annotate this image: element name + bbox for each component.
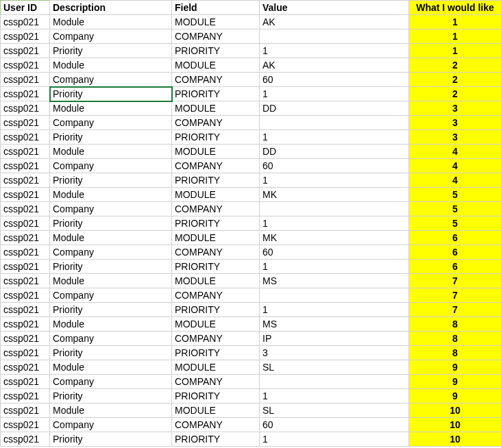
- cell-user-id[interactable]: cssp021: [1, 418, 50, 432]
- cell-user-id[interactable]: cssp021: [1, 173, 50, 188]
- cell-what[interactable]: 3: [409, 116, 502, 130]
- cell-description[interactable]: Company: [50, 332, 172, 346]
- header-user-id[interactable]: User ID: [1, 1, 50, 15]
- cell-description[interactable]: Company: [50, 245, 172, 260]
- cell-value[interactable]: 3: [260, 346, 409, 360]
- cell-value[interactable]: 1: [260, 389, 409, 403]
- cell-user-id[interactable]: cssp021: [1, 44, 50, 58]
- cell-user-id[interactable]: cssp021: [1, 145, 50, 159]
- cell-user-id[interactable]: cssp021: [1, 375, 50, 389]
- cell-description[interactable]: Module: [50, 58, 172, 73]
- cell-value[interactable]: [260, 375, 409, 389]
- cell-field[interactable]: MODULE: [172, 360, 260, 375]
- cell-user-id[interactable]: cssp021: [1, 274, 50, 288]
- cell-value[interactable]: 1: [260, 432, 409, 447]
- cell-user-id[interactable]: cssp021: [1, 29, 50, 44]
- cell-what[interactable]: 2: [409, 73, 502, 87]
- cell-value[interactable]: AK: [260, 58, 409, 73]
- cell-what[interactable]: 9: [409, 375, 502, 389]
- cell-description[interactable]: Module: [50, 145, 172, 159]
- cell-description[interactable]: Module: [50, 403, 172, 418]
- cell-user-id[interactable]: cssp021: [1, 15, 50, 29]
- cell-what[interactable]: 4: [409, 159, 502, 173]
- cell-field[interactable]: PRIORITY: [172, 87, 260, 101]
- cell-field[interactable]: MODULE: [172, 145, 260, 159]
- cell-description[interactable]: Priority: [50, 260, 172, 274]
- cell-description[interactable]: Module: [50, 101, 172, 116]
- cell-user-id[interactable]: cssp021: [1, 346, 50, 360]
- cell-description[interactable]: Company: [50, 418, 172, 432]
- cell-user-id[interactable]: cssp021: [1, 101, 50, 116]
- cell-description[interactable]: Priority: [50, 130, 172, 145]
- cell-what[interactable]: 7: [409, 288, 502, 303]
- cell-what[interactable]: 3: [409, 130, 502, 145]
- cell-what[interactable]: 5: [409, 188, 502, 202]
- cell-value[interactable]: 1: [260, 44, 409, 58]
- cell-value[interactable]: [260, 116, 409, 130]
- cell-field[interactable]: PRIORITY: [172, 346, 260, 360]
- cell-description[interactable]: Company: [50, 375, 172, 389]
- cell-field[interactable]: MODULE: [172, 231, 260, 245]
- cell-value[interactable]: 1: [260, 87, 409, 101]
- cell-description[interactable]: Priority: [50, 173, 172, 188]
- cell-what[interactable]: 4: [409, 145, 502, 159]
- cell-what[interactable]: 4: [409, 173, 502, 188]
- cell-field[interactable]: COMPANY: [172, 202, 260, 216]
- cell-field[interactable]: MODULE: [172, 274, 260, 288]
- cell-field[interactable]: COMPANY: [172, 418, 260, 432]
- cell-field[interactable]: COMPANY: [172, 29, 260, 44]
- cell-field[interactable]: PRIORITY: [172, 130, 260, 145]
- header-value[interactable]: Value: [260, 1, 409, 15]
- cell-user-id[interactable]: cssp021: [1, 58, 50, 73]
- cell-field[interactable]: COMPANY: [172, 245, 260, 260]
- cell-value[interactable]: [260, 29, 409, 44]
- cell-description[interactable]: Company: [50, 202, 172, 216]
- cell-user-id[interactable]: cssp021: [1, 130, 50, 145]
- cell-what[interactable]: 6: [409, 231, 502, 245]
- cell-what[interactable]: 10: [409, 432, 502, 447]
- cell-description[interactable]: Company: [50, 73, 172, 87]
- cell-user-id[interactable]: cssp021: [1, 188, 50, 202]
- cell-description[interactable]: Module: [50, 231, 172, 245]
- cell-user-id[interactable]: cssp021: [1, 216, 50, 231]
- cell-user-id[interactable]: cssp021: [1, 116, 50, 130]
- cell-field[interactable]: COMPANY: [172, 159, 260, 173]
- cell-description[interactable]: Priority: [50, 346, 172, 360]
- cell-what[interactable]: 6: [409, 260, 502, 274]
- cell-field[interactable]: PRIORITY: [172, 303, 260, 317]
- cell-what[interactable]: 7: [409, 274, 502, 288]
- cell-field[interactable]: PRIORITY: [172, 173, 260, 188]
- cell-description[interactable]: Priority: [50, 432, 172, 447]
- header-what[interactable]: What I would like: [409, 1, 502, 15]
- cell-description[interactable]: Module: [50, 274, 172, 288]
- cell-what[interactable]: 1: [409, 44, 502, 58]
- cell-description[interactable]: Company: [50, 29, 172, 44]
- cell-field[interactable]: PRIORITY: [172, 432, 260, 447]
- header-field[interactable]: Field: [172, 1, 260, 15]
- cell-value[interactable]: 1: [260, 173, 409, 188]
- cell-user-id[interactable]: cssp021: [1, 317, 50, 332]
- cell-description[interactable]: Priority: [50, 389, 172, 403]
- cell-what[interactable]: 10: [409, 403, 502, 418]
- cell-field[interactable]: MODULE: [172, 58, 260, 73]
- cell-value[interactable]: AK: [260, 15, 409, 29]
- cell-field[interactable]: PRIORITY: [172, 389, 260, 403]
- cell-value[interactable]: [260, 202, 409, 216]
- cell-user-id[interactable]: cssp021: [1, 403, 50, 418]
- cell-what[interactable]: 2: [409, 87, 502, 101]
- cell-value[interactable]: SL: [260, 360, 409, 375]
- cell-user-id[interactable]: cssp021: [1, 432, 50, 447]
- cell-description[interactable]: Module: [50, 15, 172, 29]
- cell-field[interactable]: COMPANY: [172, 375, 260, 389]
- cell-user-id[interactable]: cssp021: [1, 389, 50, 403]
- cell-value[interactable]: DD: [260, 101, 409, 116]
- cell-value[interactable]: [260, 288, 409, 303]
- cell-description[interactable]: Company: [50, 159, 172, 173]
- cell-what[interactable]: 5: [409, 216, 502, 231]
- cell-value[interactable]: MS: [260, 274, 409, 288]
- cell-field[interactable]: MODULE: [172, 15, 260, 29]
- cell-description[interactable]: Company: [50, 116, 172, 130]
- cell-description[interactable]: Priority: [50, 303, 172, 317]
- cell-field[interactable]: MODULE: [172, 101, 260, 116]
- cell-user-id[interactable]: cssp021: [1, 73, 50, 87]
